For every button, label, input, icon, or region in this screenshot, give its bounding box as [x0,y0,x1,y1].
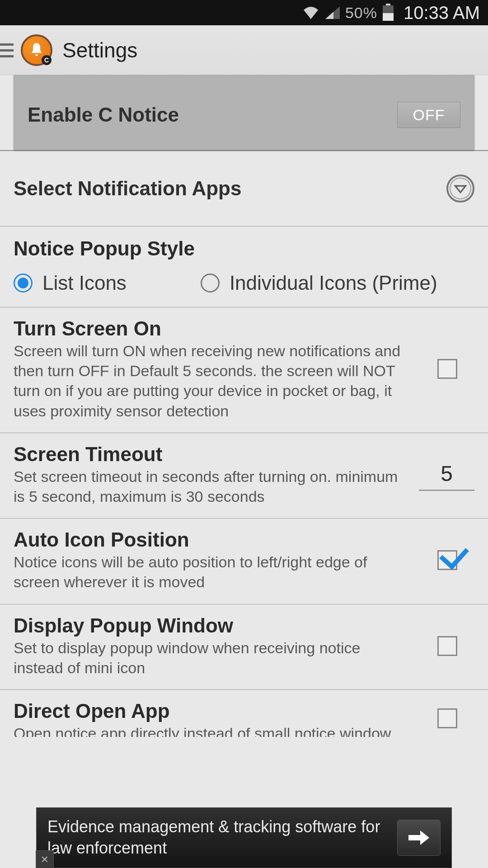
ad-close-button[interactable]: × [36,850,54,868]
battery-percentage: 50% [345,4,377,22]
radio-label: Individual Icons (Prime) [230,272,437,294]
wifi-icon [302,5,320,20]
menu-icon[interactable] [0,43,14,57]
svg-rect-2 [383,13,394,21]
signal-icon [324,5,341,20]
row-direct-open-app[interactable]: Direct Open App Open notice app directly… [0,690,488,739]
battery-icon [382,4,394,22]
row-display-popup-window[interactable]: Display Popup Window Set to display popu… [0,604,488,690]
setting-desc: Set screen timeout in seconds after turn… [14,467,410,506]
direct-open-checkbox[interactable] [437,708,457,728]
row-auto-icon-position[interactable]: Auto Icon Position Notice icons will be … [0,519,488,604]
chevron-down-icon[interactable] [446,175,474,203]
status-icons: 50% [302,4,394,22]
status-clock: 10:33 AM [404,3,480,23]
setting-title: Display Popup Window [14,614,411,637]
enable-c-notice-toggle[interactable]: OFF [397,102,460,128]
setting-desc: Screen will turn ON when receiving new n… [14,341,411,421]
app-icon-badge: C [42,55,52,65]
radio-icon[interactable] [14,274,33,292]
setting-title: Screen Timeout [14,443,410,466]
row-enable-c-notice[interactable]: Enable C Notice OFF [0,75,488,151]
setting-desc: Open notice app directly instead of smal… [14,723,411,737]
select-apps-label: Select Notification Apps [14,177,241,200]
setting-desc: Notice icons will be auto position to le… [14,552,411,592]
setting-title: Direct Open App [14,700,411,722]
app-icon[interactable]: C [21,34,52,66]
radio-list-icons[interactable]: List Icons [14,272,127,294]
row-notice-popup-style: Notice Popup Style List Icons Individual… [0,226,488,307]
row-select-notification-apps[interactable]: Select Notification Apps [0,151,488,226]
auto-icon-checkbox[interactable] [437,550,457,570]
setting-title: Turn Screen On [14,317,411,340]
display-popup-checkbox[interactable] [437,636,457,656]
radio-icon[interactable] [201,274,220,292]
ad-text: Evidence management & tracking software … [47,816,388,859]
svg-rect-0 [386,4,390,5]
row-turn-screen-on[interactable]: Turn Screen On Screen will turn ON when … [0,307,488,433]
screen-timeout-value[interactable]: 5 [419,458,474,491]
popup-style-title: Notice Popup Style [14,237,474,260]
setting-desc: Set to display popup window when receivi… [14,638,411,678]
app-bar-title: Settings [62,38,137,62]
radio-individual-icons[interactable]: Individual Icons (Prime) [201,272,437,294]
app-bar: C Settings [0,25,488,75]
setting-title: Auto Icon Position [14,528,411,551]
turn-screen-checkbox[interactable] [437,359,457,379]
status-bar: 50% 10:33 AM [0,0,488,25]
ad-banner[interactable]: Evidence management & tracking software … [36,807,452,868]
radio-label: List Icons [42,272,127,294]
row-screen-timeout[interactable]: Screen Timeout Set screen timeout in sec… [0,433,488,519]
ad-arrow-button[interactable] [397,820,441,856]
enable-c-notice-label: Enable C Notice [28,104,179,126]
settings-content: Enable C Notice OFF Select Notification … [0,75,488,868]
